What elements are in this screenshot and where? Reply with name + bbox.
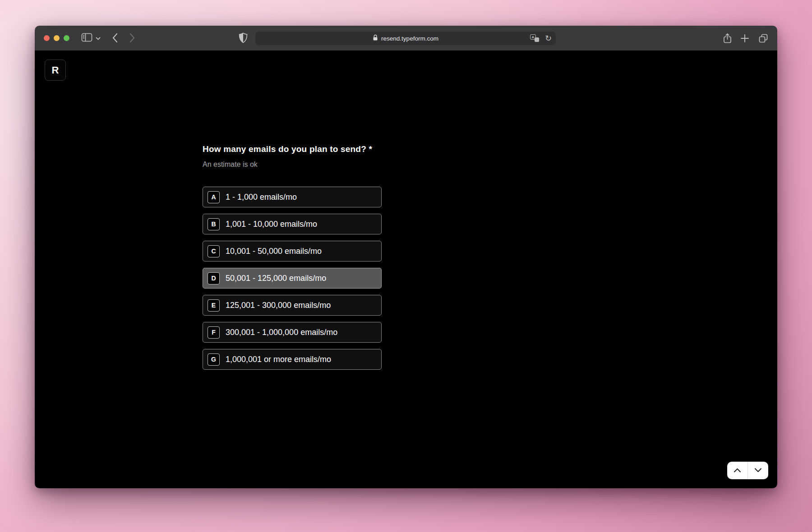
option-label: 1,001 - 10,000 emails/mo: [226, 220, 317, 229]
plus-icon[interactable]: [740, 34, 749, 43]
option-label: 50,001 - 125,000 emails/mo: [226, 274, 326, 283]
option-label: 1 - 1,000 emails/mo: [226, 193, 297, 202]
question-pager: [727, 462, 768, 479]
lock-icon: [373, 34, 378, 42]
close-window-button[interactable]: [44, 35, 50, 41]
option-key-badge: B: [208, 218, 220, 230]
option-b[interactable]: B 1,001 - 10,000 emails/mo: [203, 214, 382, 234]
next-question-button[interactable]: [748, 462, 768, 479]
typeform-page: R How many emails do you plan to send? *…: [35, 50, 777, 488]
option-key-badge: A: [208, 191, 220, 203]
tabs-icon[interactable]: [758, 33, 768, 43]
option-label: 1,000,001 or more emails/mo: [226, 355, 331, 364]
browser-titlebar: resend.typeform.com A ↻: [35, 26, 777, 50]
option-key-badge: D: [208, 272, 220, 284]
translate-icon[interactable]: A: [530, 34, 540, 42]
forward-button[interactable]: [129, 33, 135, 43]
option-d[interactable]: D 50,001 - 125,000 emails/mo: [203, 268, 382, 289]
resend-logo: R: [45, 60, 66, 81]
option-label: 10,001 - 50,000 emails/mo: [226, 247, 322, 256]
option-f[interactable]: F 300,001 - 1,000,000 emails/mo: [203, 322, 382, 343]
chevron-down-icon: [754, 467, 762, 474]
browser-window: resend.typeform.com A ↻: [35, 26, 777, 488]
address-domain: resend.typeform.com: [381, 35, 438, 42]
sidebar-chevron-down-icon[interactable]: [96, 37, 101, 40]
option-a[interactable]: A 1 - 1,000 emails/mo: [203, 187, 382, 207]
option-key-badge: E: [208, 299, 220, 312]
option-g[interactable]: G 1,000,001 or more emails/mo: [203, 349, 382, 370]
address-bar[interactable]: resend.typeform.com A ↻: [255, 32, 556, 45]
question-title: How many emails do you plan to send? *: [203, 144, 518, 154]
chevron-up-icon: [734, 467, 741, 474]
option-key-badge: G: [208, 353, 220, 366]
window-controls: [44, 35, 69, 41]
question-block: How many emails do you plan to send? * A…: [203, 144, 518, 169]
reload-icon[interactable]: ↻: [545, 34, 552, 42]
previous-question-button[interactable]: [727, 462, 747, 479]
option-key-badge: F: [208, 326, 220, 339]
minimize-window-button[interactable]: [54, 35, 60, 41]
answer-options: A 1 - 1,000 emails/mo B 1,001 - 10,000 e…: [203, 187, 382, 376]
back-button[interactable]: [112, 33, 118, 43]
option-key-badge: C: [208, 245, 220, 257]
option-label: 125,001 - 300,000 emails/mo: [226, 301, 331, 310]
question-subtitle: An estimate is ok: [203, 161, 518, 169]
zoom-window-button[interactable]: [64, 35, 69, 41]
shield-icon[interactable]: [239, 32, 248, 43]
share-icon[interactable]: [723, 33, 732, 44]
option-e[interactable]: E 125,001 - 300,000 emails/mo: [203, 295, 382, 316]
option-label: 300,001 - 1,000,000 emails/mo: [226, 328, 337, 337]
sidebar-toggle-icon[interactable]: [81, 33, 92, 42]
option-c[interactable]: C 10,001 - 50,000 emails/mo: [203, 241, 382, 261]
